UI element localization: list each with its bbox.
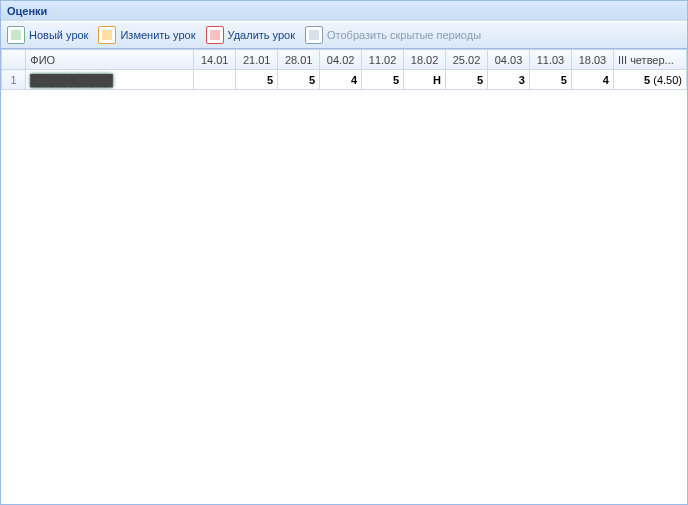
delete-lesson-button[interactable]: Удалить урок [206, 26, 295, 44]
col-date[interactable]: 14.01 [194, 50, 236, 70]
edit-lesson-button[interactable]: Изменить урок [98, 26, 195, 44]
header-row: ФИО 14.01 21.01 28.01 04.02 11.02 18.02 … [2, 50, 687, 70]
grade-cell[interactable]: 3 [488, 70, 530, 90]
col-date[interactable]: 11.03 [529, 50, 571, 70]
grade-cell[interactable]: Н [404, 70, 446, 90]
grade-cell[interactable]: 4 [571, 70, 613, 90]
col-rownum[interactable] [2, 50, 26, 70]
col-date[interactable]: 04.03 [488, 50, 530, 70]
student-name[interactable]: ████████████ [26, 70, 194, 90]
edit-lesson-label: Изменить урок [120, 29, 195, 41]
grades-window: Оценки Новый урок Изменить урок Удалить … [0, 0, 688, 505]
delete-icon [206, 26, 224, 44]
col-date[interactable]: 21.01 [236, 50, 278, 70]
grade-cell[interactable]: 5 [278, 70, 320, 90]
pencil-icon [98, 26, 116, 44]
window-title: Оценки [1, 1, 687, 21]
grades-grid[interactable]: ФИО 14.01 21.01 28.01 04.02 11.02 18.02 … [1, 49, 687, 504]
delete-lesson-label: Удалить урок [228, 29, 295, 41]
table-row[interactable]: 1████████████5545Н53545 (4.50) [2, 70, 687, 90]
col-date[interactable]: 18.02 [404, 50, 446, 70]
col-date[interactable]: 28.01 [278, 50, 320, 70]
col-date[interactable]: 11.02 [362, 50, 404, 70]
grade-cell[interactable]: 4 [320, 70, 362, 90]
col-name[interactable]: ФИО [26, 50, 194, 70]
toolbar: Новый урок Изменить урок Удалить урок От… [1, 21, 687, 49]
average-cell[interactable]: 5 (4.50) [613, 70, 686, 90]
col-date[interactable]: 04.02 [320, 50, 362, 70]
col-date[interactable]: 25.02 [446, 50, 488, 70]
row-number: 1 [2, 70, 26, 90]
new-lesson-button[interactable]: Новый урок [7, 26, 88, 44]
grades-table: ФИО 14.01 21.01 28.01 04.02 11.02 18.02 … [1, 49, 687, 90]
grade-cell[interactable]: 5 [236, 70, 278, 90]
col-date[interactable]: 18.03 [571, 50, 613, 70]
grade-cell[interactable]: 5 [529, 70, 571, 90]
col-average[interactable]: III четвер... [613, 50, 686, 70]
grade-cell[interactable]: 5 [446, 70, 488, 90]
show-hidden-label: Отобразить скрытые периоды [327, 29, 481, 41]
new-lesson-label: Новый урок [29, 29, 88, 41]
show-hidden-periods-button: Отобразить скрытые периоды [305, 26, 481, 44]
grade-cell[interactable] [194, 70, 236, 90]
plus-icon [7, 26, 25, 44]
calendar-icon [305, 26, 323, 44]
grade-cell[interactable]: 5 [362, 70, 404, 90]
